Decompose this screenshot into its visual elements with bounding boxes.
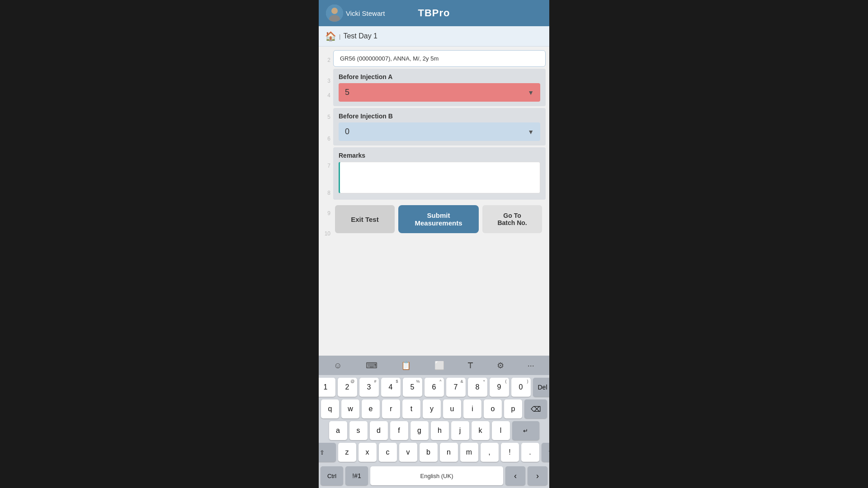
home-icon[interactable]: 🏠 xyxy=(325,31,336,42)
key-x[interactable]: x xyxy=(359,443,377,462)
key-exclaim[interactable]: ! xyxy=(501,443,519,462)
username-label: Vicki Stewart xyxy=(346,9,385,17)
key-k[interactable]: k xyxy=(472,421,490,440)
key-r[interactable]: r xyxy=(382,399,400,418)
key-0[interactable]: 0) xyxy=(511,378,531,397)
key-period[interactable]: . xyxy=(521,443,539,462)
key-9[interactable]: 9( xyxy=(490,378,509,397)
injection-a-dropdown[interactable]: 5 ▼ xyxy=(339,83,540,102)
keyboard-qwerty-row: q w e r t y u i o p ⌫ xyxy=(321,399,547,418)
key-w[interactable]: w xyxy=(341,399,359,418)
exit-test-button[interactable]: Exit Test xyxy=(335,205,395,233)
before-injection-a-section: Before Injection A 5 ▼ xyxy=(333,69,546,106)
key-g[interactable]: g xyxy=(410,421,429,440)
key-4[interactable]: 4$ xyxy=(381,378,401,397)
action-buttons-row: Exit Test SubmitMeasurements Go ToBatch … xyxy=(333,202,547,237)
hash-key[interactable]: !#1 xyxy=(345,466,368,485)
key-a[interactable]: a xyxy=(329,421,347,440)
injection-a-chevron: ▼ xyxy=(528,89,534,96)
app-title: TBPro xyxy=(418,7,450,19)
key-f[interactable]: f xyxy=(390,421,408,440)
injection-b-dropdown[interactable]: 0 ▼ xyxy=(339,122,540,141)
key-1[interactable]: 1 xyxy=(319,378,335,397)
key-t[interactable]: t xyxy=(402,399,420,418)
key-i[interactable]: i xyxy=(463,399,481,418)
key-3[interactable]: 3# xyxy=(359,378,379,397)
key-7[interactable]: 7& xyxy=(446,378,466,397)
backspace-key[interactable]: ⌫ xyxy=(524,399,547,418)
more-tool-button[interactable]: ··· xyxy=(525,360,537,371)
arrow-left-key[interactable]: ‹ xyxy=(505,466,525,485)
breadcrumb: 🏠 | Test Day 1 xyxy=(319,26,549,47)
key-5[interactable]: 5% xyxy=(403,378,422,397)
breadcrumb-separator: | xyxy=(339,33,340,40)
goto-batch-button[interactable]: Go ToBatch No. xyxy=(482,205,542,233)
shift-right-key[interactable]: ⇧ xyxy=(542,443,550,462)
ctrl-key[interactable]: Ctrl xyxy=(321,466,343,485)
submit-measurements-button[interactable]: SubmitMeasurements xyxy=(398,205,479,233)
key-m[interactable]: m xyxy=(460,443,478,462)
key-c[interactable]: c xyxy=(379,443,397,462)
key-v[interactable]: v xyxy=(399,443,417,462)
settings-tool-button[interactable]: ⚙ xyxy=(494,360,507,371)
keyboard-number-row: 1 2@ 3# 4$ 5% 6^ 7& 8* 9( 0) Del xyxy=(321,378,547,397)
keyboard-bottom-row: Ctrl !#1 English (UK) ‹ › xyxy=(319,466,549,488)
key-j[interactable]: j xyxy=(451,421,469,440)
key-o[interactable]: o xyxy=(484,399,502,418)
main-content: 2 3 4 5 6 7 8 9 10 GR56 (000000007), ANN… xyxy=(319,47,549,356)
injection-b-label: Before Injection B xyxy=(339,113,540,120)
keyboard-toolbar: ☺ ⌨ 📋 ⬜ 𝖳 ⚙ ··· xyxy=(319,356,549,375)
screen-tool-button[interactable]: ⬜ xyxy=(432,360,447,371)
text-tool-button[interactable]: 𝖳 xyxy=(465,360,476,371)
key-z[interactable]: z xyxy=(338,443,356,462)
key-e[interactable]: e xyxy=(362,399,380,418)
injection-b-value: 0 xyxy=(345,127,349,136)
key-q[interactable]: q xyxy=(321,399,339,418)
before-injection-b-section: Before Injection B 0 ▼ xyxy=(333,108,546,145)
clipboard-tool-button[interactable]: 📋 xyxy=(398,360,414,371)
key-l[interactable]: l xyxy=(492,421,510,440)
key-d[interactable]: d xyxy=(370,421,388,440)
remarks-section: Remarks xyxy=(333,147,546,200)
remarks-label: Remarks xyxy=(339,152,540,159)
injection-b-chevron: ▼ xyxy=(528,128,534,136)
shift-left-key[interactable]: ⇧ xyxy=(319,443,336,462)
keyboard: ☺ ⌨ 📋 ⬜ 𝖳 ⚙ ··· 1 2@ 3# 4$ 5% 6^ 7& 8* 9… xyxy=(319,356,549,488)
key-n[interactable]: n xyxy=(440,443,458,462)
svg-point-1 xyxy=(331,8,338,14)
key-6[interactable]: 6^ xyxy=(425,378,444,397)
space-key[interactable]: English (UK) xyxy=(370,466,503,485)
injection-a-value: 5 xyxy=(345,88,349,97)
keyboard-zxcv-row: ⇧ z x c v b n m , ! . ⇧ xyxy=(321,443,547,462)
keyboard-asdf-row: a s d f g h j k l ↵ xyxy=(321,421,547,440)
emoji-tool-button[interactable]: ☺ xyxy=(331,360,344,371)
key-u[interactable]: u xyxy=(443,399,461,418)
key-h[interactable]: h xyxy=(431,421,449,440)
remarks-input[interactable] xyxy=(339,162,540,193)
delete-key[interactable]: Del xyxy=(533,378,550,397)
injection-a-label: Before Injection A xyxy=(339,73,540,80)
key-8[interactable]: 8* xyxy=(468,378,487,397)
breadcrumb-page-title: Test Day 1 xyxy=(343,32,377,40)
keyboard-tool-button[interactable]: ⌨ xyxy=(363,360,380,371)
key-p[interactable]: p xyxy=(504,399,522,418)
key-comma[interactable]: , xyxy=(481,443,499,462)
key-2[interactable]: 2@ xyxy=(338,378,357,397)
avatar[interactable] xyxy=(326,5,343,22)
patient-info-banner: GR56 (000000007), ANNA, M/, 2y 5m xyxy=(333,50,546,67)
key-s[interactable]: s xyxy=(349,421,368,440)
arrow-right-key[interactable]: › xyxy=(528,466,547,485)
enter-key[interactable]: ↵ xyxy=(512,421,539,440)
key-y[interactable]: y xyxy=(423,399,441,418)
key-b[interactable]: b xyxy=(420,443,438,462)
app-header: Vicki Stewart TBPro xyxy=(319,0,549,26)
